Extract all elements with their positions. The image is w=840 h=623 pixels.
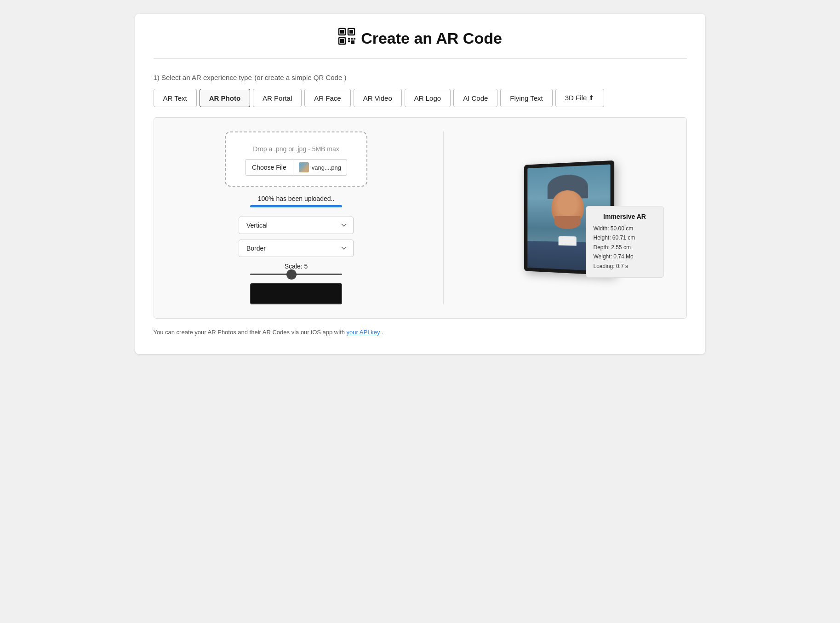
svg-rect-7 — [351, 38, 353, 40]
frame-select[interactable]: Border None Shadow — [239, 240, 354, 257]
section-label: 1) Select an AR experience type (or crea… — [154, 72, 347, 82]
info-card-height: Height: 60.71 cm — [594, 233, 656, 242]
tab-ar-video[interactable]: AR Video — [354, 89, 402, 107]
progress-bar-wrap — [250, 205, 342, 207]
file-name-area: vang....png — [293, 160, 347, 175]
tab-ai-code[interactable]: AI Code — [453, 89, 497, 107]
orientation-select[interactable]: Vertical Horizontal — [239, 217, 354, 234]
info-card-depth: Depth: 2.55 cm — [594, 243, 656, 252]
svg-rect-6 — [348, 38, 350, 40]
file-name: vang....png — [312, 164, 341, 171]
tabs-row: AR Text AR Photo AR Portal AR Face AR Vi… — [154, 89, 687, 107]
drop-zone[interactable]: Drop a .png or .jpg - 5MB max Choose Fil… — [225, 131, 367, 187]
upload-status: 100% has been uploaded.. — [258, 195, 335, 202]
choose-file-button[interactable]: Choose File — [246, 160, 293, 175]
info-card: Immersive AR Width: 50.00 cm Height: 60.… — [586, 206, 664, 278]
api-key-link[interactable]: your API key — [347, 329, 380, 336]
svg-rect-3 — [349, 30, 353, 34]
qr-icon — [338, 28, 355, 49]
svg-rect-10 — [354, 38, 355, 40]
tab-3d-file[interactable]: 3D File ⬆ — [555, 89, 605, 107]
info-card-weight: Weight: 0.74 Mo — [594, 252, 656, 261]
scale-slider[interactable] — [250, 274, 342, 275]
info-card-loading: Loading: 0.7 s — [594, 262, 656, 271]
painting-wrapper: Immersive AR Width: 50.00 cm Height: 60.… — [521, 163, 613, 273]
info-card-title: Immersive AR — [594, 213, 656, 220]
svg-rect-5 — [340, 39, 344, 43]
svg-rect-1 — [340, 30, 344, 34]
color-picker[interactable] — [250, 283, 342, 304]
left-panel: Drop a .png or .jpg - 5MB max Choose Fil… — [168, 131, 444, 304]
file-input-row: Choose File vang....png — [245, 159, 347, 176]
page-title: Create an AR Code — [361, 29, 502, 47]
right-panel: Immersive AR Width: 50.00 cm Height: 60.… — [444, 131, 673, 304]
tab-ar-text[interactable]: AR Text — [154, 89, 197, 107]
svg-rect-9 — [351, 40, 354, 44]
tab-ar-face[interactable]: AR Face — [304, 89, 350, 107]
svg-rect-8 — [348, 40, 350, 42]
tab-ar-logo[interactable]: AR Logo — [405, 89, 451, 107]
drop-zone-hint: Drop a .png or .jpg - 5MB max — [253, 145, 339, 153]
file-thumbnail — [299, 162, 309, 172]
progress-bar-fill — [250, 205, 342, 207]
section-heading: 1) Select an AR experience type (or crea… — [154, 72, 687, 82]
main-container: Create an AR Code 1) Select an AR experi… — [135, 14, 705, 354]
tab-ar-portal[interactable]: AR Portal — [253, 89, 302, 107]
tab-ar-photo[interactable]: AR Photo — [200, 89, 250, 107]
footer-note: You can create your AR Photos and their … — [154, 329, 687, 336]
page-header: Create an AR Code — [154, 28, 687, 59]
info-card-width: Width: 50.00 cm — [594, 224, 656, 233]
tab-flying-text[interactable]: Flying Text — [500, 89, 552, 107]
content-area: Drop a .png or .jpg - 5MB max Choose Fil… — [154, 117, 687, 319]
